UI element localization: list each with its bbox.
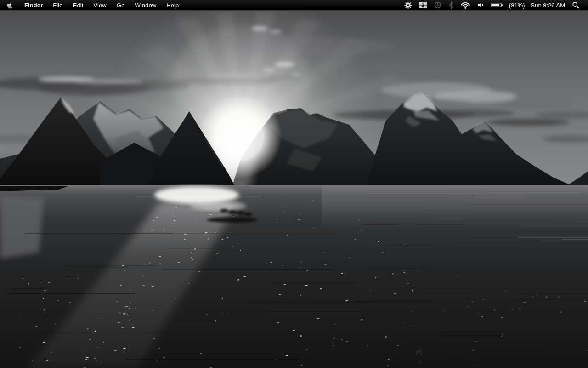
- battery-menu-extra[interactable]: [488, 0, 507, 10]
- battery-fill-81pct: [492, 4, 499, 6]
- menu-item-file[interactable]: File: [48, 0, 68, 10]
- bluetooth-icon: [448, 1, 454, 9]
- menu-clock[interactable]: Sun 8:29 AM: [527, 2, 569, 9]
- volume-menu-extra[interactable]: [474, 0, 488, 10]
- desktop[interactable]: Finder File Edit View Go Window Help: [0, 0, 588, 368]
- menu-item-help[interactable]: Help: [161, 0, 184, 10]
- menu-bar-status: 1: [401, 0, 588, 10]
- menu-item-view[interactable]: View: [89, 0, 112, 10]
- spaces-number: 1: [421, 2, 424, 8]
- apple-menu[interactable]: [0, 0, 19, 10]
- spaces-icon: 1: [418, 1, 427, 9]
- wifi-menu-extra[interactable]: [457, 0, 474, 10]
- menu-item-go[interactable]: Go: [112, 0, 130, 10]
- time-machine-menu-extra[interactable]: [430, 0, 445, 10]
- bluetooth-menu-extra[interactable]: [445, 0, 457, 10]
- menu-item-edit[interactable]: Edit: [68, 0, 89, 10]
- menu-item-window[interactable]: Window: [130, 0, 161, 10]
- apple-logo-icon: [7, 1, 13, 9]
- gear-menu-extra[interactable]: [401, 0, 415, 10]
- spaces-menu-extra[interactable]: 1: [415, 0, 430, 10]
- battery-icon: [491, 2, 503, 8]
- menu-item-finder[interactable]: Finder: [19, 0, 48, 10]
- spotlight-menu-extra[interactable]: [569, 0, 582, 10]
- gear-icon: [404, 1, 412, 9]
- battery-percent-label: (81%): [507, 2, 527, 9]
- spotlight-icon: [572, 1, 579, 9]
- wifi-icon: [460, 1, 470, 9]
- menu-bar-left: Finder File Edit View Go Window Help: [0, 0, 184, 10]
- volume-icon: [477, 1, 485, 9]
- time-machine-icon: [434, 1, 442, 9]
- menu-bar: Finder File Edit View Go Window Help: [0, 0, 588, 11]
- desktop-wallpaper: [0, 0, 588, 368]
